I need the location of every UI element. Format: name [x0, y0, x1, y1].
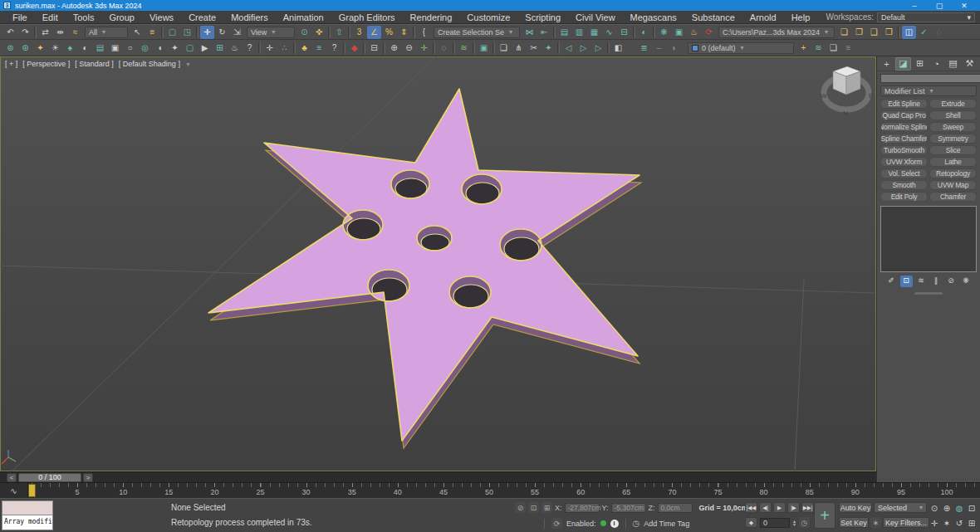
previous-frame-slider-button[interactable]: <: [7, 473, 17, 482]
help-circle-icon[interactable]: ?: [243, 41, 257, 55]
go-to-start-button[interactable]: |◀◀: [745, 502, 757, 513]
orbit-button[interactable]: ↺: [953, 517, 965, 529]
workspaces-dropdown[interactable]: Default ▾: [877, 12, 975, 22]
selection-set-key-dropdown[interactable]: Selected▾: [874, 502, 927, 513]
time-slider-handle[interactable]: 0 / 100: [18, 473, 81, 482]
zoom-region-button[interactable]: ⊡: [966, 502, 978, 514]
zoom-extents-button[interactable]: ◍: [953, 502, 965, 514]
torus-icon[interactable]: ○: [123, 41, 137, 55]
macro-recorder-pane[interactable]: [2, 500, 53, 515]
render-iterative-icon[interactable]: ⟳: [702, 26, 716, 39]
menu-item[interactable]: Arnold: [742, 12, 784, 22]
menu-item[interactable]: Megascans: [623, 12, 684, 22]
maxscript-mini-listener[interactable]: Array modifi: [2, 500, 53, 530]
modifier-list-dropdown[interactable]: Modifier List ▾: [880, 85, 977, 96]
layer-stack-green-icon[interactable]: ≋: [811, 41, 826, 55]
remove-character-icon[interactable]: ⊖: [402, 41, 416, 55]
key-filter-icon[interactable]: ∗: [870, 517, 881, 528]
select-and-move-icon[interactable]: ✛: [200, 26, 214, 39]
percent-snap-icon[interactable]: %: [382, 26, 396, 39]
object-name-field[interactable]: [880, 74, 980, 83]
modifier-button[interactable]: Edit Spline: [880, 99, 928, 109]
tab-utilities[interactable]: ⚒: [962, 57, 978, 71]
bake-to-texture-icon[interactable]: ▣: [477, 41, 491, 55]
panel-splitter-handle[interactable]: [914, 292, 943, 295]
plug-out-icon[interactable]: ▷: [591, 41, 605, 55]
notes-list-icon[interactable]: ≡: [312, 41, 326, 55]
loop-animation-icon[interactable]: ⟳: [551, 518, 562, 529]
menu-item[interactable]: Customize: [459, 12, 517, 22]
material-ball-icon[interactable]: ◐: [78, 41, 92, 55]
modifier-button[interactable]: Lathe: [929, 157, 977, 167]
bind-to-space-warp-icon[interactable]: ≈: [68, 26, 82, 39]
edit-named-selection-sets-icon[interactable]: {: [417, 26, 431, 39]
set-key-button[interactable]: Set Key: [839, 517, 869, 528]
subdivision-box-icon[interactable]: ⊟: [367, 41, 381, 55]
modifier-button[interactable]: Chamfer: [929, 192, 977, 202]
zoom-button[interactable]: ⊙: [929, 502, 940, 514]
wand-icon[interactable]: ✦: [541, 41, 556, 55]
add-character-icon[interactable]: ⊕: [387, 41, 401, 55]
named-selection-set-dropdown[interactable]: Create Selection Se▾: [434, 27, 520, 38]
angle-snap-icon[interactable]: ∠: [367, 26, 381, 39]
track-bar-ruler[interactable]: 0510152025303540455055606570758085909510…: [28, 483, 980, 498]
viewport-label-segment[interactable]: [ Perspective ]: [22, 60, 70, 68]
grid-helper-icon[interactable]: ⊞: [213, 41, 227, 55]
toggle-layer-explorer-icon[interactable]: ▥: [572, 26, 586, 39]
viewport-label-segment[interactable]: [ + ]: [5, 60, 17, 68]
zoom-all-button[interactable]: ⊕: [941, 502, 953, 514]
set-keys-button[interactable]: +: [814, 502, 835, 529]
pivot-dots-icon[interactable]: ∴: [277, 41, 292, 55]
populate-icon[interactable]: ⊚: [3, 41, 17, 55]
keyboard-shortcut-override-icon[interactable]: ⇧: [332, 26, 346, 39]
sun-positioner-icon[interactable]: ☀: [48, 41, 62, 55]
menu-item[interactable]: Group: [101, 12, 142, 22]
modifier-button[interactable]: Slice: [929, 145, 977, 155]
current-frame-field[interactable]: 0: [760, 518, 790, 528]
modifier-stack-list[interactable]: [880, 206, 977, 272]
question-icon[interactable]: ?: [327, 41, 341, 55]
render-setup-icon[interactable]: ❋: [657, 26, 671, 39]
selection-filter-dropdown[interactable]: All▾: [85, 27, 128, 38]
perspective-viewport[interactable]: [ + ][ Perspective ][ Standard ][ Defaul…: [0, 56, 876, 471]
unlink-selection-icon[interactable]: ⇹: [53, 26, 67, 39]
menu-item[interactable]: Modifiers: [223, 12, 276, 22]
folder-send-icon[interactable]: ❒: [882, 26, 896, 39]
layer-manager-icon[interactable]: ≣: [637, 41, 651, 55]
modifier-button[interactable]: UVW Xform: [880, 157, 928, 167]
menu-item[interactable]: Rendering: [403, 12, 460, 22]
next-frame-slider-button[interactable]: >: [83, 473, 93, 482]
menu-item[interactable]: Create: [181, 12, 223, 22]
use-pivot-center-icon[interactable]: ⊙: [297, 26, 311, 39]
select-layer-objects-icon[interactable]: ❏: [826, 41, 840, 55]
foliage-icon[interactable]: ♠: [63, 41, 77, 55]
viewport-label-segment[interactable]: [ Standard ]: [75, 60, 114, 68]
select-and-rotate-icon[interactable]: ↻: [215, 26, 229, 39]
folder-link-icon[interactable]: ❑: [867, 26, 881, 39]
light-bulb-icon[interactable]: ✦: [33, 41, 47, 55]
absolute-offset-mode-toggle[interactable]: ⊞: [541, 502, 552, 513]
listener-pane[interactable]: Array modifi: [2, 515, 53, 530]
menu-item[interactable]: Views: [142, 12, 181, 22]
reference-coordinate-dropdown[interactable]: View▾: [247, 27, 295, 38]
menu-item[interactable]: Edit: [35, 12, 66, 22]
modifier-button[interactable]: TurboSmooth: [880, 145, 928, 155]
cloth-icon[interactable]: ⋔: [512, 41, 526, 55]
modifier-button[interactable]: Spline Chamfer: [880, 134, 928, 144]
preview-play-icon[interactable]: ▶: [198, 41, 212, 55]
tab-modify[interactable]: ◪: [895, 57, 911, 71]
modifier-button[interactable]: Retopology: [929, 168, 977, 178]
tab-display[interactable]: ▤: [945, 57, 961, 71]
paper-sheet-icon[interactable]: ❏: [497, 41, 511, 55]
minimize-button[interactable]: –: [902, 2, 927, 10]
select-and-manipulate-icon[interactable]: ✜: [312, 26, 326, 39]
menu-item[interactable]: Help: [784, 12, 818, 22]
select-and-link-icon[interactable]: ⇄: [38, 26, 52, 39]
mouse-icon[interactable]: ◗: [667, 41, 681, 55]
rendered-frame-window-icon[interactable]: ▣: [672, 26, 686, 39]
tab-hierarchy[interactable]: ⊞: [912, 57, 928, 71]
close-button[interactable]: ✕: [952, 2, 977, 10]
maximize-button[interactable]: ▢: [927, 2, 952, 10]
maximize-viewport-toggle[interactable]: ⊞: [966, 517, 978, 529]
layer-stack-icon[interactable]: ◎: [138, 41, 152, 55]
